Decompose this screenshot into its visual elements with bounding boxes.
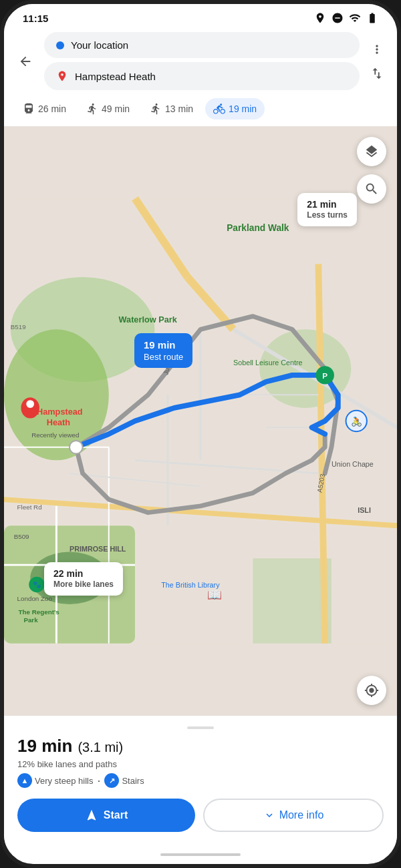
svg-text:Fleet Rd: Fleet Rd	[17, 503, 42, 511]
route-time: 19 min	[17, 736, 72, 756]
best-route-label[interactable]: 19 min Best route	[134, 333, 192, 368]
start-label: Start	[104, 809, 128, 821]
top-nav: Your location Hampstead Heath	[4, 28, 397, 95]
svg-text:PRIMROSE HILL: PRIMROSE HILL	[70, 546, 126, 554]
svg-point-22	[70, 441, 83, 454]
home-bar	[160, 853, 241, 856]
home-indicator	[4, 845, 397, 864]
tab-bike[interactable]: 19 min	[205, 98, 265, 120]
steep-hills-icon: ▲	[17, 773, 32, 788]
svg-text:Recently viewed: Recently viewed	[31, 431, 79, 439]
alt-route2-time: 22 min	[53, 568, 114, 580]
svg-text:Heath: Heath	[47, 417, 70, 427]
svg-text:B519: B519	[11, 323, 26, 331]
origin-text: Your location	[71, 39, 128, 51]
svg-text:Parkland Walk: Parkland Walk	[227, 223, 289, 233]
svg-text:Park: Park	[23, 616, 38, 624]
status-bar: 11:15	[4, 4, 397, 28]
map-container[interactable]: P Parkland Walk Waterlow Park Hampstead …	[4, 126, 397, 716]
bottom-panel: 19 min (3.1 mi) 12% bike lanes and paths…	[4, 716, 397, 845]
stairs-icon: ↗	[104, 773, 119, 788]
tab-hike[interactable]: 13 min	[142, 98, 201, 120]
wifi-status-icon	[349, 12, 361, 24]
alt-route2-desc: More bike lanes	[53, 580, 114, 590]
my-location-button[interactable]	[357, 676, 386, 705]
svg-text:🐾: 🐾	[33, 580, 41, 589]
tab-transit-label: 26 min	[38, 103, 66, 114]
warning-separator: ·	[97, 774, 100, 788]
tab-walk-label: 49 min	[102, 103, 130, 114]
svg-rect-6	[253, 558, 331, 643]
location-status-icon	[314, 12, 326, 24]
destination-input[interactable]: Hampstead Heath	[44, 62, 360, 90]
alt-route1-desc: Less turns	[307, 210, 348, 221]
route-description: 12% bike lanes and paths	[17, 759, 384, 769]
alt-route1-label[interactable]: 21 min Less turns	[297, 193, 357, 226]
svg-text:P: P	[322, 371, 327, 380]
destination-pin-icon	[56, 69, 68, 83]
map-search-button[interactable]	[357, 174, 386, 204]
swap-button[interactable]	[366, 63, 388, 84]
tab-bike-label: 19 min	[229, 103, 257, 114]
tab-walk[interactable]: 49 min	[78, 98, 138, 120]
action-buttons: Start More info	[17, 799, 384, 832]
svg-text:B509: B509	[14, 533, 29, 540]
svg-text:The Regent's: The Regent's	[19, 608, 60, 616]
stairs-text: Stairs	[122, 776, 144, 786]
navigation-icon	[85, 809, 98, 822]
more-info-label: More info	[279, 809, 324, 821]
svg-text:Hampstead: Hampstead	[37, 407, 83, 417]
svg-text:Union Chape: Union Chape	[331, 460, 374, 468]
status-icons	[314, 12, 378, 24]
origin-input[interactable]: Your location	[44, 32, 360, 58]
more-menu-button[interactable]	[366, 39, 388, 60]
layers-button[interactable]	[357, 137, 386, 166]
tab-transit[interactable]: 26 min	[15, 98, 74, 120]
battery-status-icon	[366, 12, 378, 24]
origin-dot	[56, 41, 64, 49]
steep-hills-warning: ▲ Very steep hills	[17, 773, 93, 788]
dnd-status-icon	[331, 12, 344, 24]
more-info-button[interactable]: More info	[203, 799, 384, 832]
route-distance: (3.1 mi)	[78, 740, 123, 755]
tab-hike-label: 13 min	[165, 103, 193, 114]
transport-tabs: 26 min 49 min 13 min 19 min	[4, 95, 397, 126]
svg-text:Waterlow Park: Waterlow Park	[119, 315, 178, 325]
svg-text:Sobell Leisure Centre: Sobell Leisure Centre	[233, 359, 303, 367]
best-route-desc: Best route	[144, 352, 183, 363]
start-button[interactable]: Start	[17, 799, 195, 832]
best-route-time: 19 min	[144, 339, 183, 352]
stairs-warning: ↗ Stairs	[104, 773, 144, 788]
alt-route1-time: 21 min	[307, 198, 348, 210]
alt-route2-label[interactable]: 22 min More bike lanes	[44, 562, 123, 596]
svg-text:ISLI: ISLI	[358, 506, 371, 514]
svg-point-31	[26, 400, 34, 408]
steep-hills-text: Very steep hills	[35, 776, 93, 786]
back-button[interactable]	[13, 49, 37, 73]
svg-text:📖: 📖	[207, 588, 223, 602]
svg-text:🚴: 🚴	[351, 416, 363, 427]
inputs-column: Your location Hampstead Heath	[44, 32, 360, 90]
destination-text: Hampstead Heath	[75, 71, 156, 82]
route-summary: 19 min (3.1 mi)	[17, 736, 384, 756]
chevron-down-icon	[263, 809, 275, 821]
route-warnings: ▲ Very steep hills · ↗ Stairs	[17, 773, 384, 788]
drag-handle	[187, 726, 214, 729]
svg-text:London Zoo: London Zoo	[17, 595, 53, 602]
status-time: 11:15	[23, 13, 48, 24]
phone-shell: 11:15	[0, 0, 401, 868]
